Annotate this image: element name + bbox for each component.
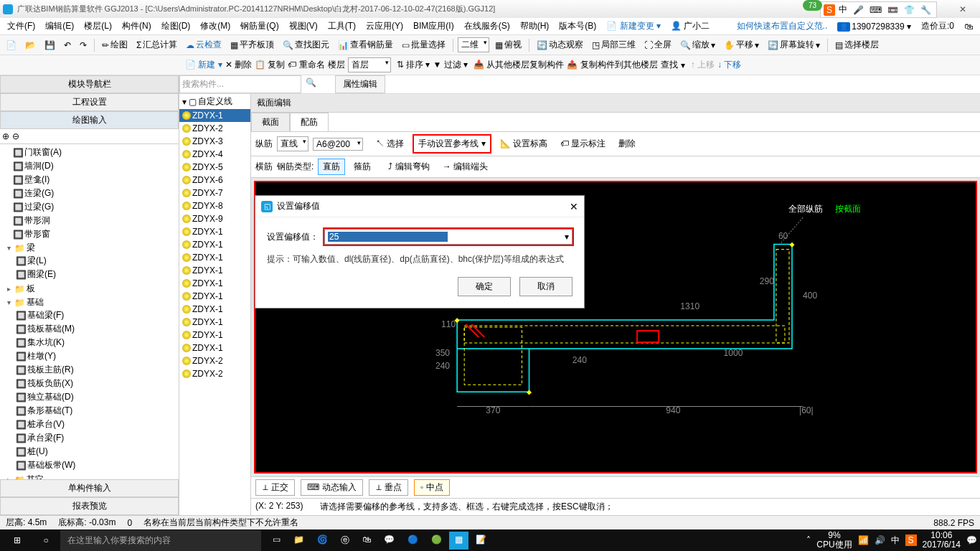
component-item[interactable]: ZDYX-2 (179, 122, 250, 135)
menu-newchange[interactable]: 📄 新建变更 ▾ (602, 19, 665, 34)
menu-tip[interactable]: 如何快速布置自定义范.. (732, 19, 832, 34)
component-item[interactable]: ZDYX-2 (179, 354, 250, 367)
section-draw[interactable]: 绘图输入 (0, 111, 179, 129)
tray-vol-icon[interactable]: 🔊 (875, 535, 885, 545)
section-project[interactable]: 工程设置 (0, 93, 179, 111)
task-icon[interactable]: 🌀 (311, 532, 334, 550)
tree-node[interactable]: 🔲过梁(G) (13, 201, 177, 213)
component-item[interactable]: ZDYX-7 (179, 187, 250, 199)
tree-node[interactable]: 🔲墙洞(D) (13, 160, 177, 172)
tree-node[interactable]: 🔲门联窗(A) (13, 146, 177, 159)
snap-perp[interactable]: ⊥ 垂点 (369, 479, 408, 496)
tree-node[interactable]: 🔲圈梁(E) (16, 268, 177, 281)
task-icon[interactable]: ▭ (267, 532, 286, 550)
tb-rot[interactable]: 🔄 屏幕旋转 ▾ (765, 37, 823, 52)
offset-input[interactable] (328, 232, 448, 242)
tab-section[interactable]: 截面 (251, 113, 290, 131)
menu-edit[interactable]: 编辑(E) (41, 19, 78, 34)
menu-component[interactable]: 构件(N) (118, 19, 156, 34)
tree-node[interactable]: 🔲带形窗 (13, 228, 177, 240)
tb-open-icon[interactable]: 📂 (22, 39, 39, 52)
tree-cat-other[interactable]: ▸📁 其它 (4, 474, 177, 479)
tb-redo-icon[interactable]: ↷ (77, 39, 90, 52)
tb2-copy[interactable]: 📋 复制 (255, 59, 285, 71)
tb-selfloor[interactable]: ▤ 选择楼层 (832, 37, 882, 52)
tb2-copyto[interactable]: 📤 复制构件到其他楼层 (567, 59, 657, 71)
tree-node[interactable]: 🔲筏板负筋(X) (16, 377, 177, 390)
component-item[interactable]: ZDYX-5 (179, 161, 250, 174)
tree-node[interactable]: 🔲桩承台(V) (16, 418, 177, 430)
component-item[interactable]: ZDYX-9 (179, 212, 250, 225)
tb-full[interactable]: ⛶ 全屏 (641, 37, 674, 52)
menu-tool[interactable]: 工具(T) (324, 19, 360, 34)
component-item[interactable]: ZDYX-1 (179, 290, 250, 303)
tb2-up[interactable]: ↑ 上移 (691, 59, 715, 71)
menu-file[interactable]: 文件(F) (3, 19, 39, 34)
component-item[interactable]: ZDYX-4 (179, 148, 250, 161)
dialog-cancel-button[interactable]: 取消 (519, 277, 573, 296)
component-item[interactable]: ZDYX-1 (179, 264, 250, 277)
tb2-sort[interactable]: ⇅ 排序 ▾ (397, 59, 430, 71)
tb-zoom[interactable]: 🔍 缩放 ▾ (677, 37, 718, 52)
tree-node[interactable]: 🔲带形洞 (13, 215, 177, 227)
ime-floatbar[interactable]: S 中 🎤 ⌨ 📼 👕 🔧 (820, 1, 937, 18)
menu-beans[interactable]: 造价豆:0 (917, 19, 958, 34)
menu-cloud[interactable]: 云应用(Y) (362, 19, 407, 34)
component-item[interactable]: ZDYX-1 (179, 303, 250, 316)
snap-ortho[interactable]: ⊥ 正交 (255, 479, 295, 496)
snap-dyn[interactable]: ⌨ 动态输入 (301, 479, 362, 496)
section-single[interactable]: 单构件输入 (0, 479, 179, 497)
menu-view[interactable]: 视图(V) (285, 19, 322, 34)
tree-node[interactable]: 🔲基础梁(F) (16, 309, 177, 321)
notify-bubble[interactable]: 73 (803, 0, 822, 11)
close-button[interactable]: ✕ (948, 2, 977, 17)
tb2-copyfrom[interactable]: 📥 从其他楼层复制构件 (473, 59, 564, 71)
btn-manual-refline[interactable]: 手动设置参考线 ▾ (413, 134, 491, 154)
tb2-new[interactable]: 📄 新建 ▾ (185, 59, 222, 71)
task-icon-active[interactable]: ▦ (449, 532, 468, 550)
task-icon[interactable]: 🟢 (425, 532, 448, 550)
tree-collapse-icon[interactable]: ⊖ (12, 131, 19, 141)
component-item[interactable]: ZDYX-8 (179, 199, 250, 212)
tb-bird[interactable]: ▦ 俯视 (492, 37, 524, 52)
btn-set-elev[interactable]: 📐 设置标高 (496, 136, 552, 151)
property-tab[interactable]: 属性编辑 (335, 75, 385, 93)
tray-sogou-icon[interactable]: S (905, 534, 917, 546)
task-icon[interactable]: 💬 (378, 532, 400, 550)
taskbar-search[interactable]: 在这里输入你要搜索的内容 (60, 530, 261, 551)
ime-kbd-icon[interactable]: ⌨ (867, 4, 884, 16)
menu-help[interactable]: 帮助(H) (516, 19, 554, 34)
tree-node[interactable]: 🔲连梁(G) (13, 187, 177, 199)
search-input[interactable]: 搜索构件... (179, 75, 301, 93)
menu-phone[interactable]: 👤13907298339 ▾ (833, 20, 915, 33)
component-item[interactable]: ZDYX-1 (179, 225, 250, 238)
tb2-down[interactable]: ↓ 下移 (717, 59, 741, 71)
tb2-find[interactable]: 查找 (661, 59, 678, 71)
tb-flat[interactable]: ▦ 平齐板顶 (227, 37, 277, 52)
tree-node[interactable]: 🔲桩(U) (16, 446, 177, 458)
tray-notif-icon[interactable]: 💬 (966, 535, 977, 545)
start-button[interactable]: ⊞ (3, 529, 32, 551)
tab-rebar[interactable]: 配筋 (290, 113, 329, 131)
tb-batch[interactable]: ▭ 批量选择 (399, 37, 448, 52)
tree-node[interactable]: 🔲独立基础(D) (16, 391, 177, 403)
task-icon[interactable]: ⓔ (335, 532, 355, 550)
component-item[interactable]: ZDYX-6 (179, 174, 250, 187)
tb-pan[interactable]: ✋ 平移 ▾ (721, 37, 762, 52)
ime-mic-icon[interactable]: 🎤 (851, 4, 866, 16)
offset-input-combo[interactable]: ▾ (324, 229, 573, 245)
tree-cat-foundation[interactable]: ▾📁 基础 (4, 296, 177, 309)
tree-node[interactable]: 🔲条形基础(T) (16, 405, 177, 417)
ime-skin-icon[interactable]: 👕 (902, 4, 917, 16)
tb2-rename[interactable]: 🏷 重命名 (288, 59, 324, 71)
task-icon[interactable]: 🛍 (357, 532, 377, 550)
menu-user[interactable]: 👤 广小二 (666, 19, 714, 34)
btn-delete[interactable]: 删除 (614, 136, 640, 151)
tree-expand-icon[interactable]: ⊕ (2, 131, 9, 141)
menu-refresh-icon[interactable]: 🛍 (960, 20, 977, 33)
task-icon[interactable]: 🔵 (402, 532, 424, 550)
tb-save-icon[interactable]: 💾 (42, 39, 58, 52)
tb-sum[interactable]: Σ 汇总计算 (133, 37, 180, 52)
tree-node[interactable]: 🔲集水坑(K) (16, 336, 177, 349)
task-icon[interactable]: 📁 (288, 532, 310, 550)
